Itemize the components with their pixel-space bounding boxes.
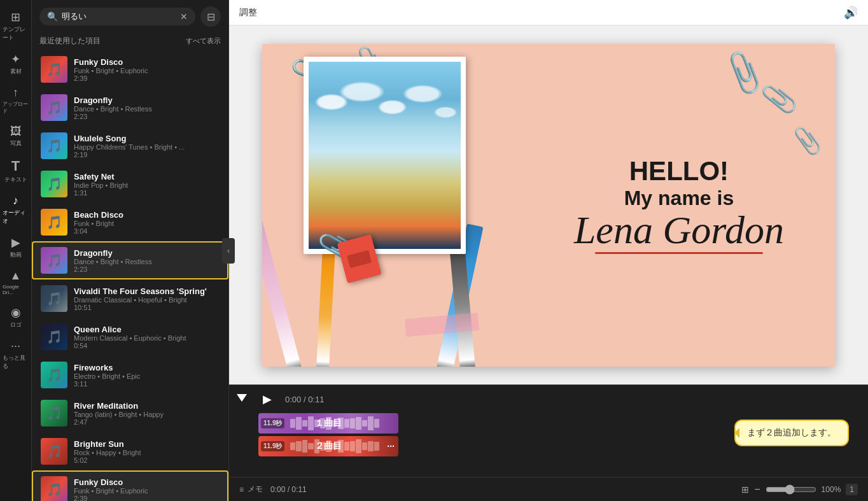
track-info-queen-alice: Queen Alice Modern Classical • Euphoric … — [74, 325, 220, 349]
track-name-funky-disco-2: Funky Disco — [74, 477, 220, 487]
sidebar-item-logo[interactable]: ◉ ロゴ — [0, 302, 31, 333]
track-thumb-beach-disco: 🎵 — [41, 209, 67, 236]
canvas-text-area: HELLO! My name is Lena Gordon — [574, 156, 784, 254]
bottom-time-display: 0:00 / 0:11 — [270, 485, 307, 494]
track-name-beach-disco: Beach Disco — [74, 210, 220, 220]
sidebar-item-upload[interactable]: ↑ アップロード — [0, 82, 31, 118]
sidebar-item-audio[interactable]: ♪ オーディオ — [0, 190, 31, 229]
clear-icon[interactable]: ✕ — [180, 11, 188, 22]
play-icon: ▶ — [263, 392, 272, 406]
track-more-button[interactable]: ··· — [387, 441, 395, 451]
search-bar: 🔍 ✕ ⊟ — [32, 0, 228, 33]
sidebar-item-googledrive[interactable]: ▲ Google Dri... — [0, 265, 31, 299]
pencil-pink — [262, 207, 302, 367]
sidebar-label-template: テンプレ ート — [3, 25, 29, 42]
name-script: Lena Gordon — [574, 210, 784, 250]
track-2-duration: 11.9秒 — [261, 441, 284, 451]
track-item-safety-net[interactable]: 🎵 Safety Net Indie Pop • Bright 1:31 — [32, 165, 228, 203]
track-item-funky-disco[interactable]: 🎵 Funky Disco Funk • Bright • Euphoric 2… — [32, 50, 228, 88]
sidebar-label-text: テキスト — [4, 176, 27, 184]
track-info-funky-disco-2: Funky Disco Funk • Bright • Euphoric 2:3… — [74, 477, 220, 502]
logo-icon: ◉ — [11, 306, 21, 320]
memo-button[interactable]: ≡ メモ — [239, 484, 263, 495]
panel-collapse-handle[interactable]: ‹ — [222, 238, 235, 264]
track-item-river[interactable]: 🎵 River Meditation Tango (latin) • Brigh… — [32, 394, 228, 432]
sidebar-item-text[interactable]: T テキスト — [0, 154, 31, 188]
play-button[interactable]: ▶ — [257, 389, 277, 409]
track-thumb-brighter-sun: 🎵 — [41, 438, 67, 465]
search-input[interactable] — [62, 12, 176, 22]
track-item-ukulele[interactable]: 🎵 Ukulele Song Happy Childrens' Tunes • … — [32, 127, 228, 165]
sidebar-label-googledrive: Google Dri... — [3, 284, 29, 295]
track-info-funky-disco: Funky Disco Funk • Bright • Euphoric 2:3… — [74, 57, 220, 82]
recently-used-title: 最近使用した項目 — [39, 36, 101, 46]
track-item-brighter-sun[interactable]: 🎵 Brighter Sun Rock • Happy • Bright 5:0… — [32, 432, 228, 470]
track-item-dragonfly-2[interactable]: 🎵 Dragonfly Dance • Bright • Restless 2:… — [32, 241, 228, 279]
filter-button[interactable]: ⊟ — [200, 6, 221, 27]
track-meta-ukulele: Happy Childrens' Tunes • Bright • ... — [74, 143, 220, 151]
text-icon: T — [11, 158, 20, 174]
volume-icon[interactable]: 🔊 — [844, 6, 858, 20]
track-duration-dragonfly-2: 2:23 — [74, 265, 220, 273]
minus-icon[interactable]: − — [754, 484, 760, 495]
main-area: 調整 🔊 📎 📎 📎 📎 📎 — [229, 0, 868, 501]
track-item-vivaldi[interactable]: 🎵 Vivaldi The Four Seasons 'Spring' Dram… — [32, 279, 228, 318]
track-item-queen-alice[interactable]: 🎵 Queen Alice Modern Classical • Euphori… — [32, 318, 228, 356]
track-meta-river: Tango (latin) • Bright • Happy — [74, 411, 220, 418]
track-info-beach-disco: Beach Disco Funk • Bright 3:04 — [74, 210, 220, 235]
track-item-dragonfly[interactable]: 🎵 Dragonfly Dance • Bright • Restless 2:… — [32, 88, 228, 127]
tooltip-text: まず２曲追加します。 — [747, 427, 836, 437]
sidebar-item-material[interactable]: ✦ 素材 — [0, 48, 31, 80]
track-name-vivaldi: Vivaldi The Four Seasons 'Spring' — [74, 286, 220, 296]
clip-red-2: 📎 — [759, 79, 799, 118]
track-thumb-queen-alice: 🎵 — [41, 323, 67, 350]
track-thumb-river: 🎵 — [41, 400, 67, 427]
track-thumb-funky-disco: 🎵 — [41, 56, 67, 83]
track-thumb-ukulele: 🎵 — [41, 132, 67, 159]
music-panel: 🔍 ✕ ⊟ 最近使用した項目 すべて表示 🎵 Funky Disco Funk … — [32, 0, 229, 501]
zoom-slider[interactable] — [766, 484, 816, 495]
track-info-brighter-sun: Brighter Sun Rock • Happy • Bright 5:02 — [74, 439, 220, 464]
time-display: 0:00 / 0:11 — [285, 395, 324, 404]
track-duration-queen-alice: 0:54 — [74, 342, 220, 349]
track-duration-ukulele: 2:19 — [74, 151, 220, 159]
slide-canvas: 📎 📎 📎 📎 📎 📎 — [262, 44, 835, 367]
sidebar-item-photo[interactable]: 🖼 写真 — [0, 121, 31, 152]
bottom-right: ⊞ − 100% 1 — [741, 484, 858, 495]
sidebar-item-more[interactable]: ··· もっと見る — [0, 335, 31, 374]
sidebar-item-video[interactable]: ▶ 動画 — [0, 232, 31, 263]
see-all-button[interactable]: すべて表示 — [186, 36, 221, 46]
sidebar-label-material: 素材 — [10, 67, 22, 76]
track-meta-dragonfly: Dance • Bright • Restless — [74, 105, 220, 113]
track-name-dragonfly: Dragonfly — [74, 95, 220, 105]
track-name-ukulele: Ukulele Song — [74, 134, 220, 143]
filter-icon: ⊟ — [207, 11, 215, 23]
track-meta-queen-alice: Modern Classical • Euphoric • Bright — [74, 334, 220, 342]
track-meta-safety-net: Indie Pop • Bright — [74, 181, 220, 189]
audio-icon: ♪ — [13, 194, 18, 208]
track-info-ukulele: Ukulele Song Happy Childrens' Tunes • Br… — [74, 134, 220, 159]
myname-text: My name is — [574, 187, 784, 210]
track-item-fireworks[interactable]: 🎵 Fireworks Electro • Bright • Epic 3:11 — [32, 356, 228, 394]
track-name-queen-alice: Queen Alice — [74, 325, 220, 334]
name-underline — [595, 252, 763, 254]
binder-clip-inner — [347, 250, 372, 267]
template-icon: ⊞ — [11, 10, 20, 24]
photo-icon: 🖼 — [10, 125, 22, 138]
track-item-funky-disco-2[interactable]: 🎵 Funky Disco Funk • Bright • Euphoric 2… — [32, 470, 228, 501]
track-block-1[interactable]: 11.9秒 — [258, 413, 398, 434]
track-duration-brighter-sun: 5:02 — [74, 456, 220, 464]
track-info-vivaldi: Vivaldi The Four Seasons 'Spring' Dramat… — [74, 286, 220, 311]
track-block-2[interactable]: 11.9秒 — [258, 436, 398, 456]
track-info-safety-net: Safety Net Indie Pop • Bright 1:31 — [74, 172, 220, 197]
search-icon: 🔍 — [47, 11, 58, 22]
upload-icon: ↑ — [13, 86, 18, 99]
track-thumb-safety-net: 🎵 — [41, 171, 67, 197]
track-1-duration: 11.9秒 — [261, 418, 284, 428]
playhead-arrow — [237, 394, 247, 402]
search-input-wrap[interactable]: 🔍 ✕ — [39, 8, 195, 25]
timeline-header: ▶ 0:00 / 0:11 — [229, 385, 868, 413]
track-item-beach-disco[interactable]: 🎵 Beach Disco Funk • Bright 3:04 — [32, 203, 228, 241]
track-duration-beach-disco: 3:04 — [74, 227, 220, 235]
sidebar-item-template[interactable]: ⊞ テンプレ ート — [0, 6, 31, 46]
